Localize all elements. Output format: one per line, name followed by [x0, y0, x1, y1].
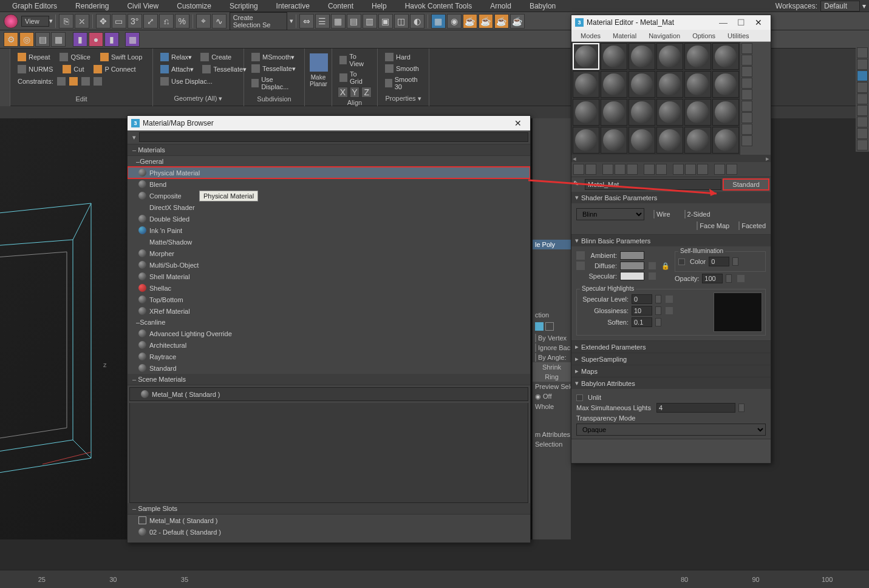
- re-checker-icon[interactable]: [857, 70, 868, 81]
- menu-help[interactable]: Help: [363, 2, 396, 10]
- me-menu-options[interactable]: Options: [686, 32, 721, 39]
- re-sphere-icon[interactable]: [857, 47, 868, 58]
- tool-layout1-icon[interactable]: ▦: [331, 14, 346, 29]
- gloss-spinner[interactable]: [655, 306, 661, 315]
- put-library-icon[interactable]: [656, 164, 667, 175]
- assign-material-icon[interactable]: [602, 164, 613, 175]
- soften-value[interactable]: [632, 317, 652, 327]
- sample-slot-17[interactable]: [684, 99, 711, 126]
- selfillum-color-checkbox[interactable]: [678, 259, 685, 265]
- diffuse-swatch[interactable]: [620, 262, 644, 270]
- fx2-icon[interactable]: ●: [89, 32, 103, 47]
- faceted-checkbox[interactable]: [738, 221, 740, 230]
- mateditor-titlebar[interactable]: 3 Material Editor - Metal_Mat — ☐ ✕: [571, 15, 771, 30]
- shader-dropdown[interactable]: Blinn: [576, 208, 644, 220]
- maxlights-spinner[interactable]: [738, 404, 745, 412]
- qslice-button[interactable]: QSlice: [57, 52, 92, 63]
- glossiness-value[interactable]: [632, 306, 652, 316]
- sample-slot-4[interactable]: [656, 43, 683, 70]
- modifier1-icon[interactable]: ⚙: [4, 32, 18, 47]
- create-button[interactable]: Create: [198, 52, 234, 63]
- sample-slot-5[interactable]: [684, 43, 711, 70]
- tool-align-icon[interactable]: ☰: [315, 14, 330, 29]
- repeat-button[interactable]: Repeat: [15, 52, 52, 63]
- mat-map-nav-icon[interactable]: [741, 135, 752, 146]
- menu-havok[interactable]: Havok Content Tools: [396, 2, 482, 10]
- selection-set-dropdown[interactable]: Create Selection Se: [230, 12, 287, 30]
- me-menu-modes[interactable]: Modes: [574, 32, 607, 39]
- top-bottom-item[interactable]: Top/Bottom: [128, 294, 530, 305]
- sample-slots-header[interactable]: –Sample Slots: [128, 503, 530, 515]
- put-material-icon[interactable]: [585, 164, 596, 175]
- re-preview-icon[interactable]: [857, 105, 868, 116]
- tool-material-icon[interactable]: ◐: [410, 14, 424, 29]
- attach-button[interactable]: Attach ▾: [158, 64, 196, 75]
- shellac-item[interactable]: Shellac: [128, 282, 530, 294]
- directx-shader-item[interactable]: DirectX Shader: [128, 201, 530, 213]
- fx3-icon[interactable]: ▮: [104, 32, 119, 47]
- browser-close-button[interactable]: ✕: [509, 118, 527, 128]
- usedisplace-button[interactable]: Use Displac...: [158, 76, 239, 87]
- smooth-button[interactable]: Smooth: [383, 63, 424, 74]
- teapot2-icon[interactable]: ☕: [479, 14, 493, 29]
- re-uv-icon[interactable]: [857, 82, 868, 93]
- tessellate-button[interactable]: Tessellate ▾: [200, 64, 249, 75]
- menu-rendering[interactable]: Rendering: [66, 2, 118, 10]
- soften-spinner[interactable]: [655, 318, 661, 326]
- maximize-button[interactable]: ☐: [732, 18, 750, 27]
- tool-place-icon[interactable]: ⎌: [159, 14, 174, 29]
- tool-scale-icon[interactable]: ⤢: [143, 14, 158, 29]
- materials-group-header[interactable]: –Materials: [128, 144, 530, 156]
- sample-metal-mat-item[interactable]: Metal_Mat ( Standard ): [128, 515, 530, 526]
- wire-checkbox[interactable]: [653, 210, 655, 218]
- material-type-button[interactable]: Standard: [723, 179, 769, 190]
- menu-customize[interactable]: Customize: [168, 2, 220, 10]
- cut-button[interactable]: Cut: [60, 64, 86, 75]
- sample-slot-22[interactable]: [656, 127, 683, 154]
- modifier3-icon[interactable]: ▤: [35, 32, 50, 47]
- ambient-swatch[interactable]: [620, 251, 644, 260]
- align-x-button[interactable]: X: [338, 87, 348, 98]
- sample-slot-23[interactable]: [684, 127, 711, 154]
- general-group-header[interactable]: –General: [128, 156, 530, 167]
- go-parent-icon[interactable]: [714, 164, 725, 175]
- menu-arnold[interactable]: Arnold: [481, 2, 520, 10]
- align-y-button[interactable]: Y: [350, 87, 360, 98]
- twosided-checkbox[interactable]: [684, 210, 686, 218]
- me-menu-material[interactable]: Material: [607, 32, 642, 39]
- editable-poly-label[interactable]: le Poly: [533, 240, 571, 249]
- extended-params-header[interactable]: ▸Extended Parameters: [571, 341, 771, 353]
- modifier4-icon[interactable]: ▦: [51, 32, 66, 47]
- teapot4-icon[interactable]: ☕: [510, 14, 525, 29]
- menu-interactive[interactable]: Interactive: [267, 2, 319, 10]
- menu-content[interactable]: Content: [319, 2, 363, 10]
- re-light-icon[interactable]: [857, 59, 868, 70]
- sample-slot-14[interactable]: [601, 99, 627, 126]
- view-dropdown[interactable]: View: [21, 16, 49, 27]
- standard-item[interactable]: Standard: [128, 362, 530, 374]
- byangle-checkbox[interactable]: By Angle:: [533, 353, 571, 362]
- delete-icon[interactable]: [627, 164, 638, 175]
- options-icon[interactable]: [741, 112, 752, 123]
- menu-civil-view[interactable]: Civil View: [118, 2, 168, 10]
- selfillum-spinner[interactable]: [732, 257, 738, 266]
- relax-button[interactable]: Relax ▾: [158, 52, 194, 63]
- xref-material-item[interactable]: XRef Material: [128, 305, 530, 317]
- fx4-icon[interactable]: ▦: [125, 32, 140, 47]
- sample-slot-10[interactable]: [656, 71, 683, 98]
- sample-slot-13[interactable]: [573, 99, 599, 126]
- ring-button[interactable]: Ring: [533, 372, 571, 382]
- unlit-checkbox[interactable]: [576, 394, 583, 401]
- sample-type-icon[interactable]: [741, 43, 752, 54]
- scene-materials-header[interactable]: –Scene Materials: [128, 374, 530, 385]
- ignoreback-checkbox[interactable]: Ignore Bac: [533, 343, 571, 353]
- video-check-icon[interactable]: [741, 89, 752, 100]
- sample-slot-12[interactable]: [712, 71, 739, 98]
- blinn-basic-header[interactable]: ▾Blinn Basic Parameters: [571, 235, 771, 246]
- fx1-icon[interactable]: ▮: [73, 32, 87, 47]
- teapot1-icon[interactable]: ☕: [463, 14, 477, 29]
- go-sibling-icon[interactable]: [726, 164, 737, 175]
- blend-material-item[interactable]: Blend: [128, 178, 530, 190]
- render-frame-icon[interactable]: ◉: [447, 14, 462, 29]
- show-end-icon[interactable]: [697, 164, 708, 175]
